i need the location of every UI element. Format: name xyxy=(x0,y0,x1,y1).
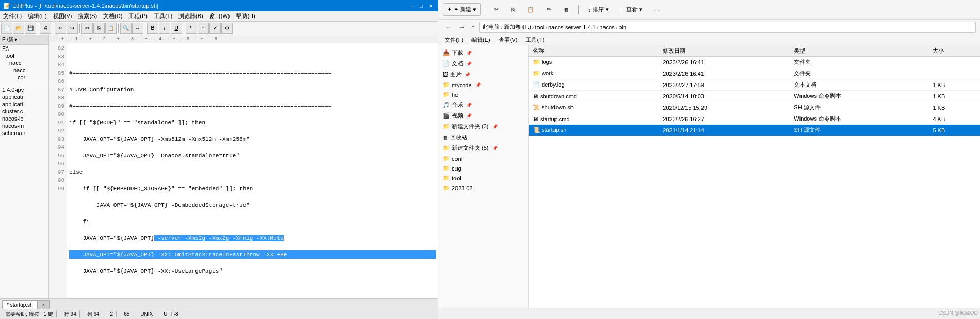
sidebar-item-nacc1[interactable]: nacc xyxy=(0,59,48,66)
file-name-cell[interactable]: 📁 logs xyxy=(529,57,659,68)
col-name[interactable]: 名称 xyxy=(529,45,659,57)
italic-btn[interactable]: I xyxy=(159,23,170,34)
nav-music[interactable]: 🎵 音乐 📌 xyxy=(438,99,528,110)
back-button[interactable]: ← xyxy=(443,22,454,32)
nav-cug[interactable]: 📁 cug xyxy=(438,163,528,173)
col-size[interactable]: 大小 xyxy=(928,45,980,57)
sidebar-file-5[interactable]: nacos-lc xyxy=(0,115,48,122)
rename-button[interactable]: ✏ xyxy=(542,4,556,15)
copy-button[interactable]: ⎘ xyxy=(507,4,519,15)
sidebar-file-7[interactable]: schema.r xyxy=(0,129,48,137)
paste-btn[interactable]: 📋 xyxy=(105,23,117,34)
menu-document[interactable]: 文档(D) xyxy=(100,11,125,21)
table-row[interactable]: 📁 work 2023/2/26 16:41 文件夹 xyxy=(529,68,980,79)
toolbar-extra4[interactable]: ⚙ xyxy=(221,23,233,34)
cut-btn[interactable]: ✂ xyxy=(81,23,93,34)
replace-btn[interactable]: ↔ xyxy=(132,23,143,34)
path-this-pc[interactable]: 此电脑 xyxy=(483,23,500,31)
code-content[interactable]: #=======================================… xyxy=(67,43,438,298)
nav-mycode[interactable]: 📁 mycode 📌 xyxy=(438,80,528,90)
sort-button[interactable]: ↕ 排序 ▾ xyxy=(583,3,613,16)
menu-browser[interactable]: 浏览器(B) xyxy=(175,11,206,21)
col-type[interactable]: 类型 xyxy=(790,45,928,57)
sidebar-file-2[interactable]: applicati xyxy=(0,93,48,100)
file-name-cell[interactable]: 🖥 startup.cmd xyxy=(529,113,659,125)
tab-close[interactable]: × xyxy=(38,300,50,309)
more-button[interactable]: ··· xyxy=(650,4,664,15)
code-area[interactable]: 82 83 84 85 86 87 88 89 90 91 92 93 94 9… xyxy=(49,43,438,298)
menu-window[interactable]: 窗口(W) xyxy=(206,11,233,21)
path-bin[interactable]: bin xyxy=(618,24,626,30)
menu-project[interactable]: 工程(P) xyxy=(125,11,151,21)
redo-btn[interactable]: ↪ xyxy=(67,23,78,34)
toolbar-extra2[interactable]: ≡ xyxy=(198,23,209,34)
path-drive[interactable]: 新加卷 (F:) xyxy=(504,23,531,31)
file-name-cell[interactable]: 🖥 shutdown.cmd xyxy=(529,91,659,102)
table-row[interactable]: 📜 shutdown.sh 2020/12/15 15:29 SH 源文件 1 … xyxy=(529,102,980,113)
view-button[interactable]: ≡ 查看 ▾ xyxy=(616,3,647,16)
path-nacos[interactable]: nacos xyxy=(599,24,614,30)
nav-pictures[interactable]: 🖼 图片 📌 xyxy=(438,69,528,80)
copy-btn[interactable]: ⎘ xyxy=(93,23,105,34)
nav-videos[interactable]: 🎬 视频 📌 xyxy=(438,110,528,121)
bold-btn[interactable]: B xyxy=(147,23,158,34)
delete-button[interactable]: 🗑 xyxy=(559,4,574,15)
file-name-cell[interactable]: 📜 startup.sh xyxy=(529,125,659,136)
nav-he[interactable]: 📁 he xyxy=(438,90,528,99)
open-file-btn[interactable]: 📂 xyxy=(13,23,24,34)
sidebar-file-3[interactable]: applicati xyxy=(0,100,48,108)
menu-search[interactable]: 搜索(S) xyxy=(75,11,100,21)
undo-btn[interactable]: ↩ xyxy=(55,23,66,34)
nav-2023-02[interactable]: 📁 2023-02 xyxy=(438,183,528,193)
print-btn[interactable]: 🖨 xyxy=(40,23,51,34)
new-file-btn[interactable]: 📄 xyxy=(1,23,12,34)
table-row[interactable]: 🖥 startup.cmd 2023/2/26 16:27 Windows 命令… xyxy=(529,113,980,125)
menu-tools[interactable]: 工具(T) xyxy=(151,11,175,21)
table-row[interactable]: 🖥 shutdown.cmd 2020/5/14 10:03 Windows 命… xyxy=(529,91,980,102)
sidebar-header[interactable]: F:\新 ▾ xyxy=(0,35,48,45)
save-file-btn[interactable]: 💾 xyxy=(25,23,36,34)
cut-button[interactable]: ✂ xyxy=(489,4,503,15)
nav-documents[interactable]: 📄 文档 📌 xyxy=(438,58,528,69)
up-button[interactable]: ↑ xyxy=(469,22,477,32)
table-row[interactable]: 📄 derby.log 2023/2/27 17:59 文本文档 1 KB xyxy=(529,79,980,91)
exp-menu-file[interactable]: 文件(F) xyxy=(440,35,467,45)
nav-downloads[interactable]: 📥 下载 📌 xyxy=(438,47,528,58)
table-row[interactable]: 📁 logs 2023/2/26 16:41 文件夹 xyxy=(529,57,980,68)
sidebar-item-tool[interactable]: tool xyxy=(0,52,48,59)
menu-view[interactable]: 视图(V) xyxy=(50,11,75,21)
exp-menu-edit[interactable]: 编辑(E) xyxy=(467,35,495,45)
file-name-cell[interactable]: 📄 derby.log xyxy=(529,79,659,91)
nav-new-folder-3[interactable]: 📁 新建文件夹 (3) 📌 xyxy=(438,121,528,132)
minimize-button[interactable]: ─ xyxy=(408,2,416,10)
menu-edit[interactable]: 编辑(E) xyxy=(25,11,50,21)
col-modified[interactable]: 修改日期 xyxy=(659,45,790,57)
find-btn[interactable]: 🔍 xyxy=(120,23,132,34)
nav-tool[interactable]: 📁 tool xyxy=(438,173,528,183)
maximize-button[interactable]: □ xyxy=(417,2,426,10)
path-tool[interactable]: tool xyxy=(535,24,545,30)
nav-new-folder-5[interactable]: 📁 新建文件夹 (5) 📌 xyxy=(438,143,528,154)
toolbar-extra3[interactable]: ✔ xyxy=(209,23,221,34)
file-name-cell[interactable]: 📜 shutdown.sh xyxy=(529,102,659,113)
sidebar-file-6[interactable]: nacos-m xyxy=(0,122,48,129)
path-nacos-server[interactable]: nacos-server-1.4.1 xyxy=(548,24,596,30)
address-path[interactable]: 此电脑 › 新加卷 (F:) › tool › nacos-server-1.4… xyxy=(479,22,976,33)
sidebar-item-drive[interactable]: F:\ xyxy=(0,45,48,52)
menu-file[interactable]: 文件(F) xyxy=(0,11,25,21)
forward-button[interactable]: → xyxy=(456,22,467,32)
exp-menu-tools[interactable]: 工具(T) xyxy=(521,35,548,45)
tab-startup-sh[interactable]: * startup.sh xyxy=(2,300,38,309)
sidebar-file-1[interactable]: 1.4.0-ipv xyxy=(0,86,48,93)
table-row[interactable]: 📜 startup.sh 2021/1/14 21:14 SH 源文件 5 KB xyxy=(529,125,980,136)
new-button[interactable]: ✦ ✦ 新建 ▾ xyxy=(443,3,481,16)
paste-button[interactable]: 📋 xyxy=(522,4,539,15)
sidebar-item-nacc2[interactable]: nacc xyxy=(0,66,48,74)
nav-recycle[interactable]: 🗑 回收站 xyxy=(438,132,528,143)
close-button[interactable]: ✕ xyxy=(427,2,435,10)
sidebar-item-cor[interactable]: cor xyxy=(0,74,48,81)
underline-btn[interactable]: U xyxy=(171,23,182,34)
toolbar-extra1[interactable]: ¶ xyxy=(186,23,197,34)
nav-conf[interactable]: 📁 conf xyxy=(438,154,528,163)
file-name-cell[interactable]: 📁 work xyxy=(529,68,659,79)
